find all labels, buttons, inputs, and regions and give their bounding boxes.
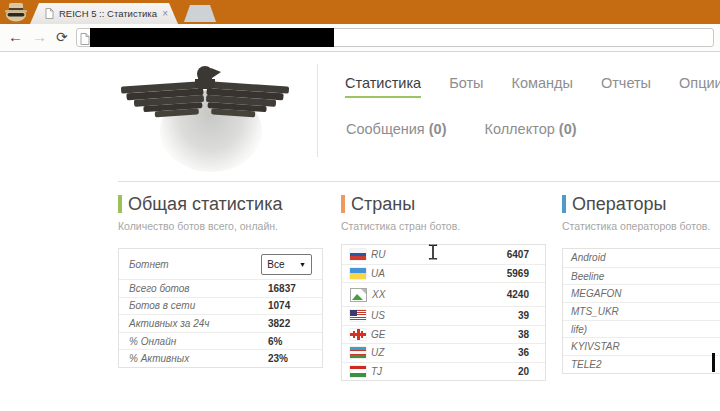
operator-row: Beeline bbox=[563, 267, 720, 285]
operator-row: MTS_UKR bbox=[563, 302, 720, 320]
page-content: Статистика Боты Команды Отчеты Опции Соо… bbox=[0, 52, 720, 411]
flag-tj-icon bbox=[350, 366, 366, 377]
botnet-label: Ботнет bbox=[129, 259, 261, 270]
operator-row: KYIVSTAR bbox=[563, 337, 720, 355]
stat-row-online: Ботов в сети 1074 bbox=[119, 297, 322, 315]
back-icon[interactable]: ← bbox=[8, 27, 23, 47]
eagle-logo bbox=[115, 60, 295, 176]
text-caret bbox=[712, 353, 715, 372]
operator-row: life) bbox=[563, 320, 720, 338]
botnet-select[interactable]: Все ▼ bbox=[261, 254, 312, 275]
flag-ru-icon bbox=[350, 249, 366, 260]
browser-window: REICH 5 :: Статистика × ← → ⟳ bbox=[0, 0, 720, 411]
messages-count: (0) bbox=[429, 121, 447, 137]
forward-icon: → bbox=[32, 27, 47, 47]
tab-close-icon[interactable]: × bbox=[162, 9, 168, 19]
countries-accent-bar bbox=[341, 195, 345, 213]
content-divider bbox=[118, 181, 720, 182]
browser-toolbar: ← → ⟳ bbox=[0, 24, 720, 52]
nav-commands[interactable]: Команды bbox=[511, 75, 572, 98]
incognito-icon bbox=[3, 2, 29, 26]
nav-statistics[interactable]: Статистика bbox=[345, 75, 421, 98]
operators-table: Android Beeline MEGAFON MTS_UKR life) KY… bbox=[562, 248, 720, 374]
section-general-header: Общая статистика Количество ботов всего,… bbox=[118, 193, 282, 232]
flag-ua-icon bbox=[350, 268, 366, 279]
nav-messages[interactable]: Сообщения (0) bbox=[346, 121, 446, 142]
stat-row-active24: Активных за 24ч 3822 bbox=[119, 314, 322, 332]
general-stats-table: Ботнет Все ▼ Всего ботов 16837 Ботов в с… bbox=[118, 248, 323, 368]
countries-table: RU 6407 UA 5969 XX 4240 US 39 GE 38 bbox=[341, 244, 546, 381]
nav-options[interactable]: Опции bbox=[679, 75, 720, 98]
operators-accent-bar bbox=[562, 195, 566, 213]
chevron-down-icon: ▼ bbox=[299, 261, 306, 268]
tab-favicon-icon bbox=[45, 8, 54, 19]
countries-title: Страны bbox=[341, 193, 460, 215]
tab-title: REICH 5 :: Статистика bbox=[59, 8, 158, 19]
text-cursor-icon bbox=[428, 244, 438, 264]
collector-count: (0) bbox=[559, 121, 577, 137]
browser-tab[interactable]: REICH 5 :: Статистика × bbox=[30, 3, 178, 24]
country-row: TJ 20 bbox=[342, 362, 545, 381]
nav-reports[interactable]: Отчеты bbox=[601, 75, 651, 98]
nav-collector[interactable]: Коллектор (0) bbox=[484, 121, 576, 142]
botnet-row: Ботнет Все ▼ bbox=[119, 249, 322, 279]
operator-row: MEGAFON bbox=[563, 284, 720, 302]
general-accent-bar bbox=[118, 195, 122, 213]
stat-row-pct-online: % Онлайн 6% bbox=[119, 332, 322, 350]
flag-uz-icon bbox=[350, 347, 366, 358]
stat-row-pct-active: % Активных 23% bbox=[119, 349, 322, 367]
secondary-nav: Сообщения (0) Коллектор (0) bbox=[346, 121, 577, 142]
country-row: US 39 bbox=[342, 306, 545, 325]
country-row: UA 5969 bbox=[342, 264, 545, 283]
url-redaction bbox=[90, 28, 334, 47]
flag-ge-icon bbox=[350, 329, 366, 340]
section-operators-header: Операторы Статистика операторов ботов. bbox=[562, 193, 710, 232]
general-subtitle: Количество ботов всего, онлайн. bbox=[118, 215, 282, 232]
section-countries-header: Страны Статистика стран ботов. bbox=[341, 193, 460, 232]
flag-us-icon bbox=[350, 310, 366, 321]
nav-bots[interactable]: Боты bbox=[449, 75, 483, 98]
reload-icon[interactable]: ⟳ bbox=[56, 27, 68, 47]
main-nav: Статистика Боты Команды Отчеты Опции bbox=[345, 75, 720, 98]
page-icon bbox=[80, 31, 90, 49]
broken-image-icon bbox=[350, 288, 367, 302]
country-row: RU 6407 bbox=[342, 245, 545, 264]
operator-row: TELE2 bbox=[563, 355, 720, 373]
address-bar[interactable] bbox=[76, 28, 714, 47]
eagle-wings-icon bbox=[115, 60, 295, 122]
operators-title: Операторы bbox=[562, 193, 710, 215]
countries-subtitle: Статистика стран ботов. bbox=[341, 215, 460, 232]
new-tab-button[interactable] bbox=[184, 5, 216, 22]
country-row: UZ 36 bbox=[342, 343, 545, 362]
browser-titlebar: REICH 5 :: Статистика × bbox=[0, 0, 720, 24]
operator-row: Android bbox=[563, 249, 720, 267]
stat-row-total: Всего ботов 16837 bbox=[119, 279, 322, 297]
country-row: XX 4240 bbox=[342, 282, 545, 306]
header-divider bbox=[317, 64, 318, 157]
country-row: GE 38 bbox=[342, 325, 545, 344]
operators-subtitle: Статистика операторов ботов. bbox=[562, 215, 710, 232]
general-title: Общая статистика bbox=[118, 193, 282, 215]
